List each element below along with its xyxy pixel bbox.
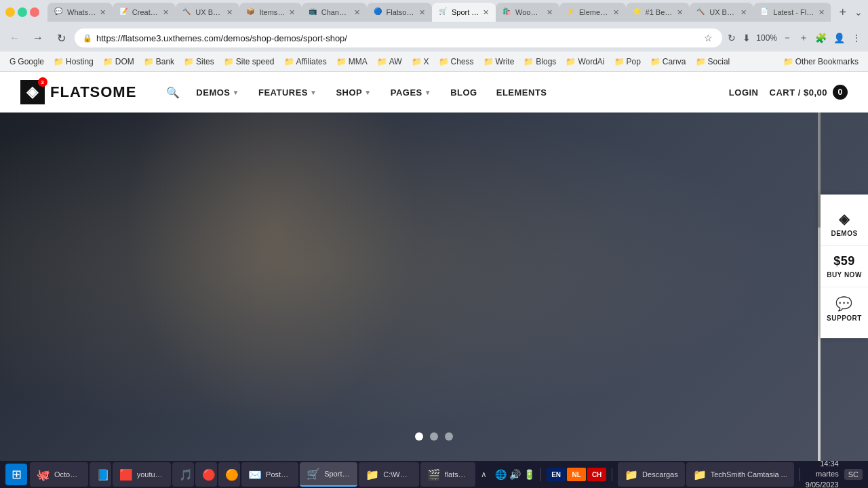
- tab-close-icon[interactable]: ✕: [289, 8, 295, 17]
- extensions-button[interactable]: 🧩: [814, 31, 828, 45]
- tab-uxbuild1[interactable]: 🔨 UX Buil... ✕: [176, 3, 239, 22]
- bookmark-chess[interactable]: 📁 Chess: [435, 55, 478, 68]
- language-indicator[interactable]: SC: [844, 469, 863, 480]
- app-label: youtube-image-...: [137, 470, 165, 479]
- search-icon[interactable]: 🔍: [159, 86, 186, 99]
- demos-panel-item[interactable]: ◈ DEMOS: [821, 203, 868, 246]
- nav-item-demos[interactable]: DEMOS ▼: [186, 72, 249, 113]
- bookmark-sites[interactable]: 📁 Sites: [180, 55, 218, 68]
- taskbar-app-flatsome.t[interactable]: 🎬 flatsome.tscproj: [420, 462, 476, 487]
- close-button[interactable]: [30, 7, 39, 17]
- download-button[interactable]: ⬇: [741, 31, 752, 45]
- tab-channel[interactable]: 📺 Channe... ✕: [302, 3, 367, 22]
- start-button[interactable]: ⊞: [5, 464, 27, 485]
- nav-item-features[interactable]: FEATURES ▼: [249, 72, 327, 113]
- tab-close-icon[interactable]: ✕: [100, 8, 106, 17]
- tab-uxbuild2[interactable]: 🔨 UX Buil... ✕: [690, 3, 753, 22]
- tab-whatsapp[interactable]: 💬 WhatsA... ✕: [47, 3, 113, 22]
- bookmark-mma[interactable]: 📁 MMA: [332, 55, 372, 68]
- site-logo[interactable]: 3 FLATSOME: [20, 80, 136, 104]
- tab-best[interactable]: ⭐ #1 Best... ✕: [626, 3, 690, 22]
- tab-close-icon[interactable]: ✕: [818, 8, 825, 17]
- volume-icon[interactable]: 🔊: [509, 469, 521, 480]
- taskbar-app-[interactable]: 🔴: [195, 462, 217, 487]
- tab-items[interactable]: 📦 Items -... ✕: [239, 3, 301, 22]
- taskbar-app-[interactable]: 🟠: [218, 462, 240, 487]
- tab-close-icon[interactable]: ✕: [419, 8, 425, 17]
- bookmark-hosting[interactable]: 📁 Hosting: [50, 55, 98, 68]
- bookmark-dom[interactable]: 📁 DOM: [99, 55, 138, 68]
- maximize-button[interactable]: [18, 7, 27, 17]
- new-tab-button[interactable]: +: [833, 5, 852, 20]
- taskbar-app-sport-shop[interactable]: 🛒 Sport Shop - Fl...: [300, 462, 357, 487]
- flag-ch[interactable]: CH: [587, 468, 606, 481]
- bookmark-affiliates[interactable]: 📁 Affiliates: [280, 55, 331, 68]
- tab-wooco[interactable]: 🛍️ WooCo... ✕: [496, 3, 559, 22]
- tab-element[interactable]: ⚡ Element... ✕: [559, 3, 626, 22]
- tab-create[interactable]: 📝 Create ... ✕: [113, 3, 176, 22]
- nav-item-elements[interactable]: ELEMENTS: [487, 72, 557, 113]
- nav-item-pages[interactable]: PAGES ▼: [381, 72, 441, 113]
- tray-folder-techsmit[interactable]: 📁 TechSmith Camtasia ...: [686, 462, 794, 487]
- tab-close-icon[interactable]: ✕: [741, 8, 747, 17]
- bookmark-google[interactable]: G Google: [5, 55, 48, 68]
- tab-overflow-button[interactable]: ⌄: [854, 7, 863, 18]
- zoom-out-button[interactable]: －: [781, 30, 793, 45]
- carousel-dot-0[interactable]: [415, 432, 423, 441]
- tab-close-icon[interactable]: ✕: [354, 8, 360, 17]
- bookmark-write[interactable]: 📁 Write: [479, 55, 519, 68]
- menu-button[interactable]: ⋮: [850, 31, 863, 45]
- bookmark-star-button[interactable]: ☆: [703, 31, 714, 45]
- bookmark-site-speed[interactable]: 📁 Site speed: [220, 55, 279, 68]
- login-button[interactable]: LOGIN: [729, 87, 759, 98]
- cart-button[interactable]: CART / $0,00 0: [770, 85, 848, 100]
- taskbar-app-[interactable]: 📘: [90, 462, 111, 487]
- taskbar-app-youtube-im[interactable]: 🟥 youtube-image-...: [113, 462, 172, 487]
- bookmark-pop[interactable]: 📁 Pop: [610, 55, 645, 68]
- nav-item-shop[interactable]: SHOP ▼: [326, 72, 380, 113]
- taskbar-app-[interactable]: 🎵: [172, 462, 194, 487]
- support-panel-item[interactable]: 💬 SUPPORT: [821, 287, 868, 330]
- tab-latest[interactable]: 📄 Latest - Flat... ✕: [753, 3, 831, 22]
- reload-page-button[interactable]: ↻: [726, 31, 737, 45]
- tab-sportshop[interactable]: 🛒 Sport S... ✕: [432, 3, 496, 22]
- bookmark-aw[interactable]: 📁 AW: [373, 55, 406, 68]
- network-icon[interactable]: 🌐: [495, 469, 507, 480]
- battery-icon[interactable]: 🔋: [524, 469, 535, 480]
- bookmark-wordai[interactable]: 📁 WordAi: [561, 55, 608, 68]
- bookmark-blogs[interactable]: 📁 Blogs: [519, 55, 560, 68]
- tray-folder-descarga[interactable]: 📁 Descargas: [618, 462, 685, 487]
- tab-close-icon[interactable]: ✕: [547, 8, 553, 17]
- profile-button[interactable]: 👤: [832, 31, 846, 45]
- bookmark-other-bookmarks[interactable]: 📁 Other Bookmarks: [779, 55, 863, 68]
- taskbar-app-postvak-in[interactable]: ✉️ Postvak IN - m...: [241, 462, 298, 487]
- tray-more-button[interactable]: ∧: [478, 470, 490, 479]
- tab-close-icon[interactable]: ✕: [677, 8, 683, 17]
- bookmark-canva[interactable]: 📁 Canva: [646, 55, 690, 68]
- bookmark-bank[interactable]: 📁 Bank: [140, 55, 178, 68]
- reload-button[interactable]: ↻: [52, 28, 71, 47]
- zoom-in-button[interactable]: ＋: [797, 30, 810, 45]
- nav-item-blog[interactable]: BLOG: [441, 72, 487, 113]
- address-bar[interactable]: 🔒 https://flatsome3.uxthemes.com/demos/s…: [75, 28, 722, 47]
- bookmark-x[interactable]: 📁 X: [408, 55, 433, 68]
- buy-panel-item[interactable]: $59 BUY NOW: [821, 246, 868, 287]
- taskbar-app-octopus-cr[interactable]: 🐙 Octopus CRM |...: [30, 462, 88, 487]
- flag-nl[interactable]: NL: [567, 468, 586, 481]
- tab-flatsome1[interactable]: 🔵 Flatsom... ✕: [367, 3, 432, 22]
- clock[interactable]: 14:34 martes 9/05/2023: [806, 459, 839, 488]
- carousel-dot-1[interactable]: [430, 432, 438, 441]
- back-button[interactable]: ←: [5, 28, 24, 47]
- tab-close-icon[interactable]: ✕: [163, 8, 169, 17]
- bookmark-label: Bank: [156, 57, 174, 66]
- flag-en[interactable]: EN: [547, 468, 566, 481]
- forward-button[interactable]: →: [28, 28, 47, 47]
- tab-close-icon[interactable]: ✕: [613, 8, 619, 17]
- tab-close-icon[interactable]: ✕: [226, 8, 233, 17]
- logo-text: FLATSOME: [50, 83, 136, 101]
- bookmark-social[interactable]: 📁 Social: [692, 55, 734, 68]
- minimize-button[interactable]: [5, 7, 15, 17]
- carousel-dot-2[interactable]: [445, 432, 453, 441]
- taskbar-app-c:\web-op-[interactable]: 📁 C:\WEB OP DE ...: [359, 462, 418, 487]
- tab-close-icon[interactable]: ✕: [483, 8, 489, 17]
